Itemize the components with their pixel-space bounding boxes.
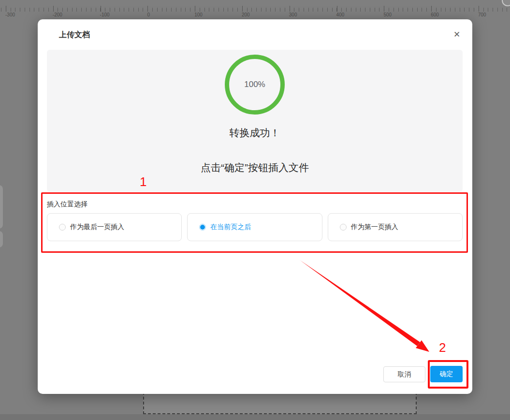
option-insert-after-current-page[interactable]: 在当前页之后 — [187, 213, 322, 241]
canvas-page-edge — [0, 414, 510, 420]
dialog-title: 上传文档 — [59, 30, 90, 40]
ruler-label: -200 — [53, 12, 62, 17]
ruler-major-tick — [242, 6, 243, 12]
ruler-major-tick — [384, 6, 384, 12]
ruler-major-tick — [431, 6, 432, 12]
ruler-label: 100 — [194, 12, 203, 17]
left-toolbar-fragment — [0, 231, 3, 247]
horizontal-ruler: -300-200-1000100200300400500600700 — [0, 0, 510, 18]
radio-icon[interactable] — [340, 224, 347, 231]
ruler-label: 400 — [336, 12, 345, 17]
ruler-major-tick — [195, 6, 195, 12]
ruler-label: 600 — [431, 12, 439, 17]
progress-circle: 100% — [225, 55, 285, 115]
ruler-major-tick — [147, 6, 148, 12]
radio-icon[interactable] — [59, 224, 66, 231]
ruler-label: 0 — [147, 12, 150, 17]
upload-document-dialog: 上传文档 ✕ 100% 转换成功！ 点击“确定”按钮插入文件 插入位置选择 作为… — [38, 19, 472, 394]
ruler-label: 500 — [383, 12, 392, 17]
option-label: 作为最后一页插入 — [70, 223, 124, 232]
insert-position-options: 作为最后一页插入 在当前页之后 作为第一页插入 — [47, 213, 463, 241]
ruler-major-tick — [290, 6, 290, 12]
ruler-major-tick — [479, 6, 479, 12]
ruler-major-tick — [101, 6, 101, 12]
confirm-button[interactable]: 确定 — [430, 366, 463, 382]
close-icon[interactable]: ✕ — [450, 27, 464, 42]
progress-percent: 100% — [244, 80, 265, 89]
editor-dimmed-background: { "ruler": { "labels": ["-300", "-200", … — [0, 0, 510, 420]
cancel-button[interactable]: 取消 — [383, 366, 425, 382]
ruler-label: -100 — [100, 12, 110, 17]
ruler-label: 200 — [242, 12, 250, 17]
conversion-success-message: 转换成功！ — [47, 126, 463, 140]
option-label: 在当前页之后 — [210, 223, 251, 232]
option-insert-as-last-page[interactable]: 作为最后一页插入 — [47, 213, 182, 241]
ruler-major-tick — [6, 6, 6, 12]
ruler-label: 300 — [289, 12, 297, 17]
option-label: 作为第一页插入 — [351, 223, 398, 232]
ruler-major-tick — [53, 6, 54, 12]
confirm-hint-message: 点击“确定”按钮插入文件 — [47, 161, 463, 174]
ruler-label: 700 — [478, 12, 486, 17]
radio-icon[interactable] — [199, 224, 206, 231]
insert-position-label: 插入位置选择 — [47, 200, 87, 209]
ruler-label: -300 — [5, 12, 15, 17]
option-insert-as-first-page[interactable]: 作为第一页插入 — [328, 213, 463, 241]
conversion-status-panel: 100% 转换成功！ 点击“确定”按钮插入文件 — [47, 50, 463, 192]
ruler-major-tick — [337, 6, 337, 12]
left-toolbar-fragment — [0, 185, 3, 229]
